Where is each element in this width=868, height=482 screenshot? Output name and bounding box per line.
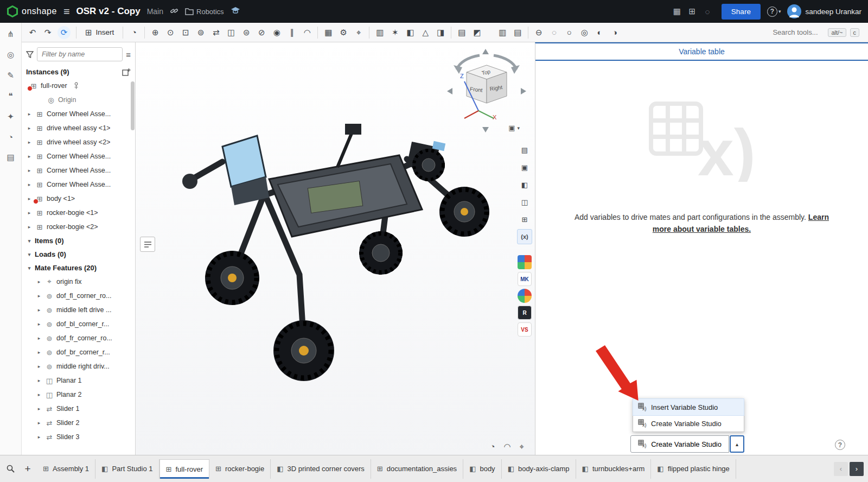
instance-row[interactable]: ▸⊞Corner Wheel Asse... xyxy=(22,149,135,163)
chevron-right-icon[interactable]: ▸ xyxy=(26,196,33,201)
tab-body[interactable]: ◧body xyxy=(463,459,502,479)
mate-feature-row[interactable]: ▸◫Planar 2 xyxy=(22,388,135,402)
snapshot-icon[interactable]: ◨ xyxy=(433,25,448,40)
user-menu[interactable]: sandeep Urankar xyxy=(787,4,861,18)
scroll-tabs-left-button[interactable]: ‹ xyxy=(834,462,848,476)
linear-pattern-icon[interactable]: ▥ xyxy=(372,25,387,40)
named-positions-icon[interactable]: ◩ xyxy=(469,25,484,40)
instance-row[interactable]: ▸⊞Corner Wheel Asse... xyxy=(22,107,135,121)
transparency-icon[interactable]: ◐ xyxy=(592,25,607,40)
parts-panel-icon[interactable]: ▣ xyxy=(517,160,532,175)
tab-part-studio-1[interactable]: ◧Part Studio 1 xyxy=(95,459,159,479)
ball-mate-icon[interactable]: ◉ xyxy=(269,25,284,40)
rotate-down-arrow[interactable] xyxy=(482,127,489,132)
mate-icon[interactable]: ⊕ xyxy=(148,25,163,40)
measure-icon[interactable]: ⌖ xyxy=(520,442,524,452)
undo-icon[interactable]: ↶ xyxy=(25,25,40,40)
display-cube-icon[interactable]: ⊞ xyxy=(517,212,532,227)
mate-feature-row[interactable]: ▸⇄Slider 1 xyxy=(22,402,135,416)
chevron-right-icon[interactable]: ▸ xyxy=(26,154,33,159)
view-cube[interactable]: Top Front Right Z X xyxy=(446,47,527,136)
follow-mode-icon[interactable]: ◎ xyxy=(7,50,14,60)
mate-feature-row[interactable]: ▸⇄Slider 3 xyxy=(22,430,135,444)
properties-panel-icon[interactable]: ▤ xyxy=(517,142,532,157)
structure-icon[interactable]: ▤ xyxy=(510,25,525,40)
rotate-left-arrow[interactable] xyxy=(447,88,452,94)
render-app-icon[interactable]: R xyxy=(518,306,532,320)
instance-row[interactable]: ▸⊞drive wheel assy <2> xyxy=(22,135,135,149)
branch-label[interactable]: Main xyxy=(147,7,163,16)
hide-mates-icon[interactable]: ⊖ xyxy=(531,25,546,40)
versions-icon[interactable]: ⋔ xyxy=(7,29,14,39)
chevron-right-icon[interactable]: ▸ xyxy=(26,125,33,131)
create-variable-studio-button[interactable]: x) Create Variable Studio xyxy=(630,435,729,453)
chevron-right-icon[interactable]: ▸ xyxy=(26,111,33,117)
instance-row[interactable]: ▸⊞Corner Wheel Asse... xyxy=(22,177,135,192)
sync-status-icon[interactable]: ◠ xyxy=(503,442,510,452)
instances-section-header[interactable]: Instances (9) xyxy=(22,65,135,79)
variable-studio-dropdown-toggle[interactable]: ▴ xyxy=(730,435,744,453)
tab-assembly-1[interactable]: ⊞Assembly 1 xyxy=(37,459,95,479)
chevron-right-icon[interactable]: ▸ xyxy=(36,279,42,284)
chevron-right-icon[interactable]: ▸ xyxy=(36,420,42,426)
rotate-right-arrow[interactable] xyxy=(521,88,526,94)
section-view-icon[interactable]: ◑ xyxy=(607,25,622,40)
filter-by-name-input[interactable] xyxy=(37,47,123,61)
origin-row[interactable]: ◎ Origin xyxy=(22,93,135,107)
comments-icon[interactable]: ❝ xyxy=(8,91,12,101)
tree-options-icon[interactable]: ≡ xyxy=(126,50,131,59)
chevron-right-icon[interactable]: ▸ xyxy=(26,224,33,230)
search-tabs-button[interactable] xyxy=(2,461,18,477)
integrations-icon[interactable]: ◌ xyxy=(700,4,715,19)
bom-icon[interactable]: ▥ xyxy=(495,25,510,40)
section-panel-icon[interactable]: ◫ xyxy=(517,194,532,210)
learning-center-icon[interactable] xyxy=(231,7,240,16)
menu-item-create-variable-studio[interactable]: x) Create Variable Studio xyxy=(633,415,744,432)
menu-item-insert-variable-studio[interactable]: x) Insert Variable Studio xyxy=(633,399,744,415)
tab-turnbuckles-arm[interactable]: ◧turnbuckles+arm xyxy=(576,459,652,479)
mate-feature-row[interactable]: ▸⊚dof_bl_corner_r... xyxy=(22,317,135,331)
mate-feature-row[interactable]: ▸⊚dof_fl_corner_ro... xyxy=(22,289,135,303)
mate-feature-row[interactable]: ▸⇄Slider 2 xyxy=(22,416,135,430)
mk-app-icon[interactable]: MK xyxy=(518,272,532,286)
search-tools-input[interactable] xyxy=(773,28,824,36)
chevron-right-icon[interactable]: ▸ xyxy=(26,168,33,173)
tab-rocker-bogie[interactable]: ⊞rocker-bogie xyxy=(209,459,271,479)
view-options-cube-button[interactable]: ▣ ▾ xyxy=(508,124,520,132)
add-tab-button[interactable]: + xyxy=(20,461,36,477)
loads-section-header[interactable]: ▾ Loads (0) xyxy=(22,248,135,261)
chevron-right-icon[interactable]: ▸ xyxy=(26,210,33,215)
feature-edit-icon[interactable]: ✎ xyxy=(7,71,14,80)
scroll-tabs-right-button[interactable]: › xyxy=(850,462,864,476)
chevron-right-icon[interactable]: ▸ xyxy=(36,307,42,313)
tree-scrollbar[interactable] xyxy=(131,81,135,130)
instance-row[interactable]: ▸⊞body <1> xyxy=(22,192,135,206)
breadcrumb[interactable]: Robotics xyxy=(185,8,224,16)
tab-flipped-plastic-hinge[interactable]: ◧flipped plastic hinge xyxy=(651,459,736,479)
mate-features-section-header[interactable]: ▾ Mate Features (20) xyxy=(22,261,135,275)
redo-icon[interactable]: ↷ xyxy=(40,25,55,40)
mate-feature-row[interactable]: ▸⌖origin fix xyxy=(22,275,135,289)
help-menu-button[interactable]: ? ▾ xyxy=(767,7,781,17)
mirror-icon[interactable]: ◧ xyxy=(403,25,418,40)
mate-relation-icon[interactable]: ⚙ xyxy=(336,25,351,40)
tab-full-rover[interactable]: ⊞full-rover xyxy=(159,459,209,479)
hide-instances-icon[interactable]: ○ xyxy=(561,25,577,40)
parallel-mate-icon[interactable]: ∥ xyxy=(284,25,299,40)
instance-row[interactable]: ▸⊞drive wheel assy <1> xyxy=(22,121,135,135)
isolate-icon[interactable]: ◎ xyxy=(577,25,592,40)
root-assembly-row[interactable]: ⊞ full-rover xyxy=(22,79,135,93)
planar-mate-icon[interactable]: ◫ xyxy=(224,25,239,40)
appearance-panel-icon[interactable]: ◧ xyxy=(517,177,532,192)
cylindrical-mate-icon[interactable]: ⊜ xyxy=(239,25,254,40)
chevron-right-icon[interactable]: ▸ xyxy=(26,182,33,187)
tangent-mate-icon[interactable]: ◠ xyxy=(299,25,315,40)
chevron-right-icon[interactable]: ▸ xyxy=(36,321,42,327)
insert-button[interactable]: ⊞ Insert xyxy=(80,25,119,40)
snap-mode-icon[interactable]: ⌖ xyxy=(351,25,366,40)
explode-icon[interactable]: △ xyxy=(418,25,433,40)
link-icon[interactable] xyxy=(170,7,178,17)
tab-documentation-assies[interactable]: ⊞documentation_assies xyxy=(371,459,463,479)
document-title[interactable]: OSR v2 - Copy xyxy=(76,6,141,17)
circular-pattern-icon[interactable]: ✶ xyxy=(387,25,403,40)
